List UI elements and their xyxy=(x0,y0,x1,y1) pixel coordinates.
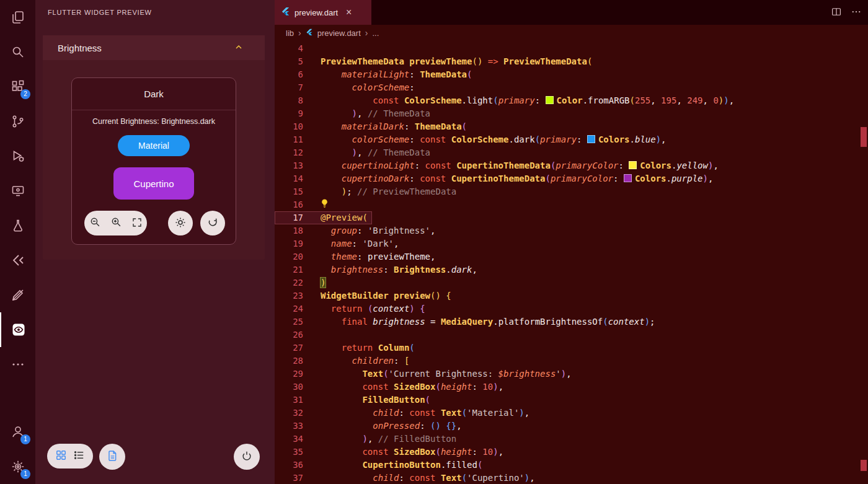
open-file-button[interactable] xyxy=(99,444,125,470)
code-line[interactable]: 20 theme: previewTheme, xyxy=(275,250,859,263)
code-line[interactable]: 26 xyxy=(275,328,859,341)
breadcrumb-file[interactable]: preview.dart xyxy=(317,29,361,38)
code-line[interactable]: 19 name: 'Dark', xyxy=(275,237,859,250)
code-line[interactable]: 17@Preview( xyxy=(275,211,859,224)
code-line[interactable]: 13 cupertinoLight: const CupertinoThemeD… xyxy=(275,159,859,172)
code-token xyxy=(321,108,352,118)
code-line[interactable]: 8 const ColorScheme.light(primary: Color… xyxy=(275,94,859,107)
code-line[interactable]: 23WidgetBuilder preview() { xyxy=(275,289,859,302)
code-line[interactable]: 21 brightness: Brightness.dark, xyxy=(275,263,859,276)
list-view-icon xyxy=(73,449,85,463)
line-number: 37 xyxy=(275,472,303,484)
code-line[interactable]: 18 group: 'Brightness', xyxy=(275,224,859,237)
activity-item-explorer[interactable] xyxy=(0,0,35,35)
code-line[interactable]: 7 colorScheme: xyxy=(275,81,859,94)
code-token: ( xyxy=(587,56,592,66)
code-line[interactable]: 5PreviewThemeData previewTheme() => Prev… xyxy=(275,55,859,68)
activity-item-remote-explorer[interactable] xyxy=(0,174,35,208)
code-token: , xyxy=(650,95,661,105)
activity-item-run-debug[interactable] xyxy=(0,139,35,174)
code-line[interactable]: 22) xyxy=(275,276,859,289)
code-line[interactable]: 33 onPressed: () {}, xyxy=(275,420,859,433)
breadcrumb-symbol[interactable]: ... xyxy=(372,29,379,38)
code-line[interactable]: 25 final brightness = MediaQuery.platfor… xyxy=(275,315,859,328)
code-line[interactable]: 12 ), // ThemeData xyxy=(275,146,859,159)
accounts-badge: 1 xyxy=(20,434,30,444)
code-text: const ColorScheme.light(primary: Color.f… xyxy=(321,94,734,107)
refresh-preview-button[interactable] xyxy=(200,211,225,235)
brightness-toggle-button[interactable] xyxy=(168,211,193,235)
code-line[interactable]: 28 children: [ xyxy=(275,354,859,367)
list-view-button[interactable] xyxy=(73,449,85,463)
preview-card: Dark Current Brightness: Brightness.dark… xyxy=(71,77,236,245)
code-line[interactable]: 36 CupertinoButton.filled( xyxy=(275,459,859,472)
zoom-controls xyxy=(84,211,147,235)
activity-item-source-control[interactable] xyxy=(0,104,35,139)
activity-item-more[interactable] xyxy=(0,347,35,382)
activity-item-flutter[interactable] xyxy=(0,243,35,278)
activity-item-testing[interactable] xyxy=(0,208,35,243)
zoom-out-button[interactable] xyxy=(89,216,101,230)
split-editor-button[interactable] xyxy=(831,6,842,19)
activity-item-widget-preview[interactable] xyxy=(0,312,35,347)
code-line[interactable]: 6 materialLight: ThemeData( xyxy=(275,68,859,81)
code-token: ) xyxy=(493,447,498,457)
settings-button[interactable]: 1 xyxy=(0,449,35,484)
code-line[interactable]: 35 const SizedBox(height: 10), xyxy=(275,446,859,459)
code-text: Text('Current Brightness: $brightness'), xyxy=(321,367,572,381)
code-line[interactable]: 37 child: const Text('Cupertino'), xyxy=(275,472,859,484)
line-number: 36 xyxy=(275,459,303,472)
breadcrumb-lib[interactable]: lib xyxy=(286,29,294,38)
code-line[interactable]: 11 colorScheme: const ColorScheme.dark(p… xyxy=(275,133,859,146)
code-token: ( xyxy=(477,460,482,470)
tab-close-icon[interactable]: × xyxy=(346,7,352,17)
code-line[interactable]: 4 xyxy=(275,42,859,55)
code-token: const xyxy=(373,95,399,105)
breadcrumb: lib › preview.dart › ... xyxy=(275,25,868,41)
activity-item-property-editor[interactable] xyxy=(0,278,35,312)
activity-item-search[interactable] xyxy=(0,35,35,69)
code-token: ) xyxy=(352,147,357,157)
tab-preview-dart[interactable]: preview.dart × xyxy=(275,0,371,25)
color-preview-swatch xyxy=(624,174,632,182)
code-line[interactable]: 27 return Column( xyxy=(275,341,859,354)
code-token: ) xyxy=(525,473,529,483)
code-line[interactable]: 24 return (context) { xyxy=(275,302,859,315)
activity-item-extensions[interactable]: 2 xyxy=(0,69,35,104)
code-line[interactable]: 29 Text('Current Brightness: $brightness… xyxy=(275,367,859,381)
code-line[interactable]: 10 materialDark: ThemeData( xyxy=(275,120,859,133)
restart-button[interactable] xyxy=(234,444,260,470)
code-line[interactable]: 15 ); // PreviewThemeData xyxy=(275,185,859,198)
tab-label: preview.dart xyxy=(294,8,338,17)
code-token: ) xyxy=(352,108,357,118)
code-token: preview xyxy=(394,291,430,301)
code-lines[interactable]: 45PreviewThemeData previewTheme() => Pre… xyxy=(275,42,859,484)
code-line[interactable]: 34 ), // FilledButton xyxy=(275,433,859,446)
code-line[interactable]: 32 child: const Text('Material'), xyxy=(275,407,859,420)
code-token xyxy=(321,304,331,314)
code-text: child: const Text('Material'), xyxy=(321,407,529,420)
code-token: primary xyxy=(498,95,535,105)
line-number: 22 xyxy=(275,276,303,289)
brightness-section-header[interactable]: Brightness xyxy=(43,35,265,60)
code-line[interactable]: 31 FilledButton( xyxy=(275,394,859,407)
fullscreen-button[interactable] xyxy=(131,217,143,230)
lightbulb-icon[interactable] xyxy=(321,198,329,213)
code-token: ( xyxy=(435,447,440,457)
material-button[interactable]: Material xyxy=(118,135,190,156)
code-token xyxy=(389,382,394,392)
code-token: ) xyxy=(656,134,661,144)
cupertino-button[interactable]: Cupertino xyxy=(113,167,194,200)
code-line[interactable]: 16 xyxy=(275,198,859,211)
code-token: MediaQuery xyxy=(441,317,493,327)
accounts-button[interactable]: 1 xyxy=(0,415,35,449)
code-line[interactable]: 9 ), // ThemeData xyxy=(275,107,859,120)
code-token: 0 xyxy=(713,95,718,105)
code-line[interactable]: 14 cupertinoDark: const CupertinoThemeDa… xyxy=(275,172,859,185)
code-line[interactable]: 30 const SizedBox(height: 10), xyxy=(275,381,859,394)
grid-view-button[interactable] xyxy=(55,449,67,463)
code-token: name xyxy=(331,239,352,249)
zoom-in-button[interactable] xyxy=(110,216,122,230)
code-token: : xyxy=(409,69,420,79)
more-actions-button[interactable] xyxy=(851,6,862,19)
